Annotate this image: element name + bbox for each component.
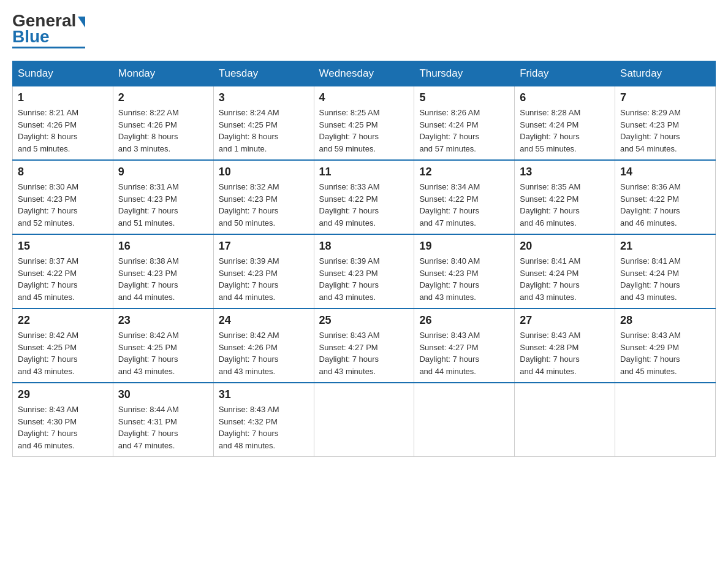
day-number: 22 (18, 314, 108, 327)
day-number: 4 (319, 91, 409, 104)
day-of-week-header: Monday (113, 61, 213, 86)
calendar-cell: 1Sunrise: 8:21 AMSunset: 4:26 PMDaylight… (13, 86, 113, 161)
calendar-cell: 21Sunrise: 8:41 AMSunset: 4:24 PMDayligh… (615, 234, 716, 308)
calendar-cell (314, 383, 414, 457)
day-info: Sunrise: 8:43 AMSunset: 4:32 PMDaylight:… (219, 404, 309, 451)
calendar-table: SundayMondayTuesdayWednesdayThursdayFrid… (12, 61, 716, 457)
day-number: 15 (18, 240, 108, 253)
calendar-cell: 10Sunrise: 8:32 AMSunset: 4:23 PMDayligh… (213, 160, 314, 234)
day-info: Sunrise: 8:43 AMSunset: 4:30 PMDaylight:… (18, 404, 108, 451)
day-info: Sunrise: 8:25 AMSunset: 4:25 PMDaylight:… (319, 107, 409, 155)
logo-text-blue: Blue (12, 28, 50, 45)
calendar-cell (515, 383, 615, 457)
calendar-cell: 14Sunrise: 8:36 AMSunset: 4:22 PMDayligh… (615, 160, 716, 234)
calendar-week-row: 22Sunrise: 8:42 AMSunset: 4:25 PMDayligh… (13, 308, 716, 383)
day-info: Sunrise: 8:43 AMSunset: 4:27 PMDaylight:… (419, 329, 509, 377)
calendar-cell: 20Sunrise: 8:41 AMSunset: 4:24 PMDayligh… (515, 234, 615, 308)
day-number: 30 (118, 388, 208, 401)
day-number: 20 (520, 240, 610, 253)
calendar-cell: 15Sunrise: 8:37 AMSunset: 4:22 PMDayligh… (13, 234, 113, 308)
day-number: 11 (319, 166, 409, 178)
day-info: Sunrise: 8:42 AMSunset: 4:25 PMDaylight:… (118, 329, 208, 377)
day-info: Sunrise: 8:28 AMSunset: 4:24 PMDaylight:… (520, 107, 610, 155)
calendar-week-row: 29Sunrise: 8:43 AMSunset: 4:30 PMDayligh… (13, 383, 716, 457)
calendar-cell: 29Sunrise: 8:43 AMSunset: 4:30 PMDayligh… (13, 383, 113, 457)
calendar-cell: 9Sunrise: 8:31 AMSunset: 4:23 PMDaylight… (113, 160, 213, 234)
day-info: Sunrise: 8:41 AMSunset: 4:24 PMDaylight:… (620, 255, 710, 303)
calendar-week-row: 15Sunrise: 8:37 AMSunset: 4:22 PMDayligh… (13, 234, 716, 308)
calendar-cell: 17Sunrise: 8:39 AMSunset: 4:23 PMDayligh… (213, 234, 314, 308)
day-info: Sunrise: 8:43 AMSunset: 4:28 PMDaylight:… (520, 329, 610, 377)
day-number: 16 (118, 240, 208, 253)
day-info: Sunrise: 8:31 AMSunset: 4:23 PMDaylight:… (118, 181, 208, 229)
day-number: 12 (419, 166, 509, 178)
day-info: Sunrise: 8:43 AMSunset: 4:27 PMDaylight:… (319, 329, 409, 377)
calendar-cell: 4Sunrise: 8:25 AMSunset: 4:25 PMDaylight… (314, 86, 414, 161)
day-info: Sunrise: 8:35 AMSunset: 4:22 PMDaylight:… (520, 181, 610, 229)
day-number: 28 (620, 314, 710, 327)
day-info: Sunrise: 8:29 AMSunset: 4:23 PMDaylight:… (620, 107, 710, 155)
calendar-cell: 16Sunrise: 8:38 AMSunset: 4:23 PMDayligh… (113, 234, 213, 308)
calendar-cell: 3Sunrise: 8:24 AMSunset: 4:25 PMDaylight… (213, 86, 314, 161)
day-number: 19 (419, 240, 509, 253)
calendar-cell: 7Sunrise: 8:29 AMSunset: 4:23 PMDaylight… (615, 86, 716, 161)
day-info: Sunrise: 8:39 AMSunset: 4:23 PMDaylight:… (319, 255, 409, 303)
day-info: Sunrise: 8:42 AMSunset: 4:26 PMDaylight:… (219, 329, 309, 377)
page-header: General Blue (12, 12, 716, 48)
logo-triangle-icon (78, 17, 85, 28)
calendar-cell: 12Sunrise: 8:34 AMSunset: 4:22 PMDayligh… (414, 160, 515, 234)
day-info: Sunrise: 8:24 AMSunset: 4:25 PMDaylight:… (219, 107, 309, 155)
calendar-cell: 31Sunrise: 8:43 AMSunset: 4:32 PMDayligh… (213, 383, 314, 457)
calendar-cell: 8Sunrise: 8:30 AMSunset: 4:23 PMDaylight… (13, 160, 113, 234)
day-of-week-header: Sunday (13, 61, 113, 86)
day-info: Sunrise: 8:30 AMSunset: 4:23 PMDaylight:… (18, 181, 108, 229)
day-number: 10 (219, 166, 309, 178)
day-number: 21 (620, 240, 710, 253)
day-info: Sunrise: 8:36 AMSunset: 4:22 PMDaylight:… (620, 181, 710, 229)
day-number: 23 (118, 314, 208, 327)
calendar-week-row: 1Sunrise: 8:21 AMSunset: 4:26 PMDaylight… (13, 86, 716, 161)
day-info: Sunrise: 8:22 AMSunset: 4:26 PMDaylight:… (118, 107, 208, 155)
day-number: 31 (219, 388, 309, 401)
day-number: 8 (18, 166, 108, 178)
day-number: 7 (620, 91, 710, 104)
day-number: 26 (419, 314, 509, 327)
day-number: 17 (219, 240, 309, 253)
day-info: Sunrise: 8:43 AMSunset: 4:29 PMDaylight:… (620, 329, 710, 377)
day-info: Sunrise: 8:32 AMSunset: 4:23 PMDaylight:… (219, 181, 309, 229)
day-info: Sunrise: 8:44 AMSunset: 4:31 PMDaylight:… (118, 404, 208, 451)
day-info: Sunrise: 8:41 AMSunset: 4:24 PMDaylight:… (520, 255, 610, 303)
day-number: 29 (18, 388, 108, 401)
day-of-week-header: Wednesday (314, 61, 414, 86)
day-number: 14 (620, 166, 710, 178)
calendar-cell (414, 383, 515, 457)
calendar-cell: 2Sunrise: 8:22 AMSunset: 4:26 PMDaylight… (113, 86, 213, 161)
day-info: Sunrise: 8:37 AMSunset: 4:22 PMDaylight:… (18, 255, 108, 303)
day-info: Sunrise: 8:40 AMSunset: 4:23 PMDaylight:… (419, 255, 509, 303)
day-number: 13 (520, 166, 610, 178)
day-of-week-header: Saturday (615, 61, 716, 86)
calendar-cell: 11Sunrise: 8:33 AMSunset: 4:22 PMDayligh… (314, 160, 414, 234)
day-info: Sunrise: 8:33 AMSunset: 4:22 PMDaylight:… (319, 181, 409, 229)
day-info: Sunrise: 8:42 AMSunset: 4:25 PMDaylight:… (18, 329, 108, 377)
calendar-cell: 25Sunrise: 8:43 AMSunset: 4:27 PMDayligh… (314, 308, 414, 383)
day-number: 6 (520, 91, 610, 104)
logo: General Blue (12, 12, 85, 48)
calendar-cell: 27Sunrise: 8:43 AMSunset: 4:28 PMDayligh… (515, 308, 615, 383)
logo-underline (12, 47, 85, 48)
day-number: 18 (319, 240, 409, 253)
calendar-cell: 23Sunrise: 8:42 AMSunset: 4:25 PMDayligh… (113, 308, 213, 383)
calendar-cell (615, 383, 716, 457)
day-number: 25 (319, 314, 409, 327)
day-number: 24 (219, 314, 309, 327)
day-number: 27 (520, 314, 610, 327)
calendar-cell: 13Sunrise: 8:35 AMSunset: 4:22 PMDayligh… (515, 160, 615, 234)
day-number: 9 (118, 166, 208, 178)
calendar-cell: 28Sunrise: 8:43 AMSunset: 4:29 PMDayligh… (615, 308, 716, 383)
day-info: Sunrise: 8:26 AMSunset: 4:24 PMDaylight:… (419, 107, 509, 155)
day-info: Sunrise: 8:39 AMSunset: 4:23 PMDaylight:… (219, 255, 309, 303)
calendar-cell: 24Sunrise: 8:42 AMSunset: 4:26 PMDayligh… (213, 308, 314, 383)
calendar-week-row: 8Sunrise: 8:30 AMSunset: 4:23 PMDaylight… (13, 160, 716, 234)
day-number: 3 (219, 91, 309, 104)
calendar-header-row: SundayMondayTuesdayWednesdayThursdayFrid… (13, 61, 716, 86)
